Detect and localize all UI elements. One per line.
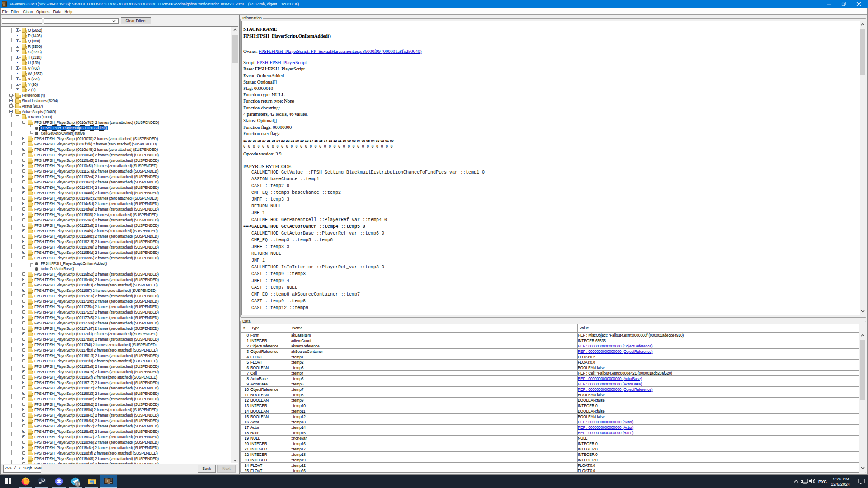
svg-text:19: 19 [76,482,80,486]
